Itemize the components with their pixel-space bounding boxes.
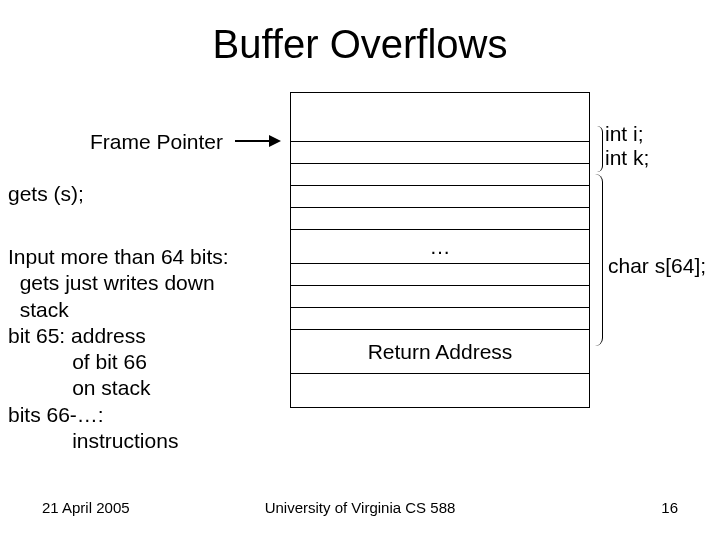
stack-cell xyxy=(291,207,589,229)
stack-cell xyxy=(291,141,589,163)
stack-cell xyxy=(291,93,589,141)
brace-icon xyxy=(594,126,604,172)
stack-cell xyxy=(291,285,589,307)
arrow-icon xyxy=(235,140,279,142)
stack-cell xyxy=(291,185,589,207)
frame-pointer-label: Frame Pointer xyxy=(90,130,223,154)
footer-page-number: 16 xyxy=(661,499,678,516)
stack-cell-return-address: Return Address xyxy=(291,329,589,373)
notes-text: Input more than 64 bits: gets just write… xyxy=(8,244,229,454)
gets-code: gets (s); xyxy=(8,182,84,206)
stack-diagram: … Return Address xyxy=(290,92,590,408)
stack-cell-dots: … xyxy=(291,229,589,263)
slide-title: Buffer Overflows xyxy=(0,22,720,67)
footer-center: University of Virginia CS 588 xyxy=(0,499,720,516)
label-char-s: char s[64]; xyxy=(608,254,706,278)
stack-cell xyxy=(291,263,589,285)
label-int-vars: int i; int k; xyxy=(605,122,649,170)
stack-cell xyxy=(291,163,589,185)
stack-cell xyxy=(291,307,589,329)
brace-icon xyxy=(594,174,604,346)
stack-cell xyxy=(291,373,589,407)
